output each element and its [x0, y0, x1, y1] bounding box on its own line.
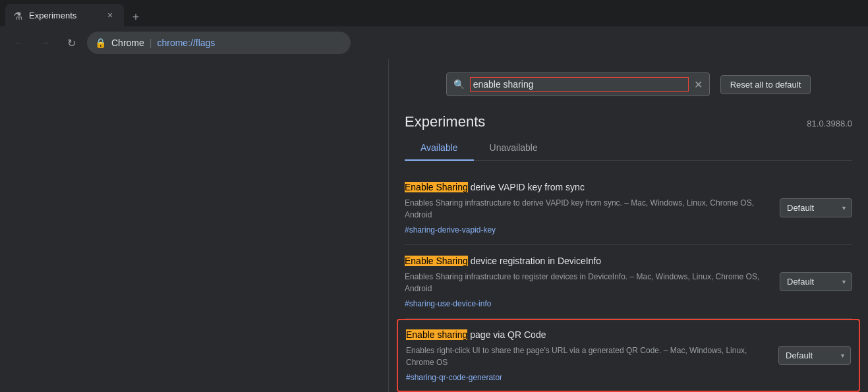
highlight-1: Enable Sharing [405, 182, 468, 192]
browser-frame: ⚗ Experiments × + ← → ↻ 🔒 Chrome | chrom… [0, 0, 868, 59]
reset-all-button[interactable]: Reset all to default [720, 75, 811, 94]
nav-bar: ← → ↻ 🔒 Chrome | chrome://flags [0, 26, 868, 59]
experiment-link-2[interactable]: #sharing-use-device-info [405, 299, 491, 308]
tab-favicon: ⚗ [13, 10, 24, 20]
version-text: 81.0.3988.0 [807, 119, 852, 128]
back-button[interactable]: ← [8, 32, 29, 53]
search-icon: 🔍 [453, 79, 465, 90]
tab-bar: ⚗ Experiments × + [0, 0, 868, 26]
refresh-button[interactable]: ↻ [61, 32, 82, 53]
select-wrapper-2[interactable]: Default Enabled Disabled [780, 272, 852, 291]
experiment-name-rest-1: derive VAPID key from sync [468, 182, 585, 192]
search-clear-button[interactable]: ✕ [694, 78, 703, 91]
select-wrapper-3[interactable]: Default Enabled Disabled [778, 346, 851, 365]
search-bar-container: 🔍 ✕ Reset all to default [389, 59, 868, 103]
highlight-3: Enable sharing [406, 329, 467, 340]
experiments-list: Enable Sharing derive VAPID key from syn… [389, 161, 868, 392]
address-bar[interactable]: 🔒 Chrome | chrome://flags [87, 32, 351, 54]
experiment-desc-2: Enables Sharing infrastructure to regist… [405, 271, 764, 294]
page-title: Experiments [405, 113, 485, 130]
experiment-link-3[interactable]: #sharing-qr-code-generator [406, 373, 502, 382]
main-panel: 🔍 ✕ Reset all to default Experiments 81.… [389, 59, 868, 392]
tab-title: Experiments [29, 11, 99, 20]
experiment-link-1[interactable]: #sharing-derive-vapid-key [405, 225, 496, 235]
experiment-name-rest-3: page via QR Code [467, 329, 546, 340]
experiment-desc-3: Enables right-click UI to share the page… [406, 345, 763, 368]
content-area: 🔍 ✕ Reset all to default Experiments 81.… [0, 59, 868, 392]
experiment-item-3: Enable sharing page via QR Code Enables … [397, 319, 860, 392]
tab-available[interactable]: Available [405, 136, 474, 161]
experiment-name-1: Enable Sharing derive VAPID key from syn… [405, 181, 764, 194]
forward-button[interactable]: → [34, 32, 55, 53]
tabs-row: Available Unavailable [405, 136, 852, 161]
default-select-1[interactable]: Default Enabled Disabled [780, 198, 852, 217]
experiment-name-rest-2: device registration in DeviceInfo [468, 256, 601, 266]
tab-close-button[interactable]: × [104, 9, 116, 21]
experiment-info-2: Enable Sharing device registration in De… [405, 254, 764, 309]
select-wrapper-1[interactable]: Default Enabled Disabled [780, 198, 852, 217]
experiment-desc-1: Enables Sharing infrastructure to derive… [405, 197, 764, 221]
experiment-info-1: Enable Sharing derive VAPID key from syn… [405, 181, 764, 235]
highlight-2: Enable Sharing [405, 256, 468, 266]
experiment-item-2: Enable Sharing device registration in De… [405, 245, 852, 319]
experiments-tab[interactable]: ⚗ Experiments × [5, 4, 124, 26]
search-box[interactable]: 🔍 ✕ [446, 72, 710, 96]
default-select-3[interactable]: Default Enabled Disabled [778, 346, 851, 365]
default-select-2[interactable]: Default Enabled Disabled [780, 272, 852, 291]
address-url: chrome://flags [157, 38, 215, 48]
experiment-name-3: Enable sharing page via QR Code [406, 328, 763, 342]
security-icon: 🔒 [95, 38, 106, 48]
browser-brand: Chrome [111, 38, 144, 48]
experiment-info-3: Enable sharing page via QR Code Enables … [406, 328, 763, 383]
sidebar [0, 59, 389, 392]
new-tab-button[interactable]: + [127, 8, 145, 26]
experiment-item-1: Enable Sharing derive VAPID key from syn… [405, 171, 852, 245]
search-input[interactable] [470, 77, 689, 92]
experiment-name-2: Enable Sharing device registration in De… [405, 254, 764, 268]
tab-unavailable[interactable]: Unavailable [474, 136, 554, 161]
experiments-header: Experiments 81.0.3988.0 [389, 103, 868, 136]
address-separator: | [150, 38, 152, 48]
